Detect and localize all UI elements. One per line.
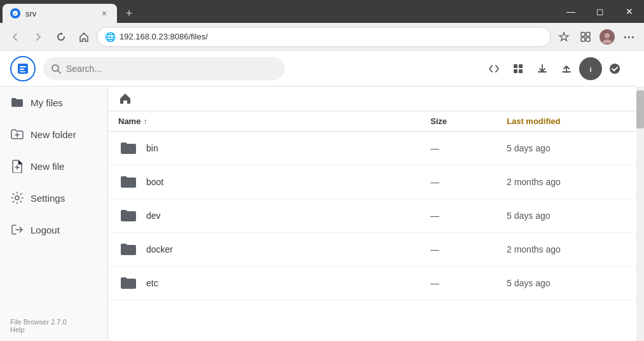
- confirm-button[interactable]: [603, 57, 626, 80]
- file-name: boot: [146, 177, 430, 187]
- security-icon: 🌐: [105, 32, 116, 42]
- folder-icon-boot: [118, 172, 139, 192]
- file-size: —: [430, 278, 507, 288]
- svg-point-6: [605, 33, 610, 38]
- nav-bar: 🌐 192.168.0.23:8086/files/ ⋯: [0, 23, 644, 51]
- forward-button[interactable]: [28, 27, 48, 47]
- file-modified: 2 months ago: [507, 244, 634, 254]
- search-icon: [51, 64, 61, 74]
- profile-button[interactable]: [597, 27, 617, 47]
- svg-text:F: F: [14, 12, 17, 16]
- svg-rect-9: [20, 66, 26, 67]
- settings-icon: [10, 191, 24, 205]
- favorites-button[interactable]: [554, 27, 574, 47]
- sidebar-label-my-files: My files: [31, 97, 63, 108]
- browser-toolbar-right: ⋯: [554, 27, 639, 47]
- folder-icon-bin: [118, 138, 139, 158]
- scrollbar-thumb[interactable]: [636, 90, 644, 129]
- sidebar-footer: File Browser 2.7.0 Help: [0, 310, 107, 341]
- version-text: File Browser 2.7.0: [10, 318, 97, 326]
- svg-rect-5: [586, 38, 590, 41]
- file-modified: 5 days ago: [507, 211, 634, 221]
- file-size: —: [430, 143, 507, 153]
- file-row[interactable]: dev — 5 days ago: [108, 199, 644, 233]
- file-size: —: [430, 211, 507, 221]
- sidebar-item-logout[interactable]: Logout: [0, 214, 107, 246]
- embed-button[interactable]: [483, 57, 505, 80]
- sidebar-label-settings: Settings: [31, 193, 65, 204]
- more-button[interactable]: ⋯: [619, 27, 639, 47]
- app-header: i: [0, 51, 636, 87]
- download-button[interactable]: [531, 57, 554, 80]
- sidebar-item-new-file[interactable]: New file: [0, 150, 107, 182]
- header-actions: i: [483, 57, 626, 80]
- svg-rect-3: [586, 32, 590, 36]
- name-column-header[interactable]: Name ↑: [118, 116, 430, 126]
- search-bar[interactable]: [43, 57, 285, 80]
- address-text: 192.168.0.23:8086/files/: [120, 32, 543, 41]
- grid-view-button[interactable]: [507, 57, 530, 80]
- home-breadcrumb[interactable]: [118, 92, 132, 106]
- svg-rect-15: [519, 64, 523, 68]
- size-column-header: Size: [430, 116, 507, 126]
- table-header: Name ↑ Size Last modified: [108, 111, 644, 132]
- file-table: Name ↑ Size Last modified bin — 5 days a…: [108, 111, 644, 341]
- file-modified: 5 days ago: [507, 143, 634, 153]
- info-button[interactable]: i: [579, 57, 602, 80]
- file-name: docker: [146, 244, 430, 254]
- file-name: etc: [146, 278, 430, 288]
- home-nav-button[interactable]: [74, 27, 94, 47]
- file-modified: 5 days ago: [507, 278, 634, 288]
- svg-rect-14: [514, 64, 517, 68]
- close-button[interactable]: ✕: [615, 1, 644, 22]
- reload-button[interactable]: [51, 27, 71, 47]
- sidebar-label-logout: Logout: [31, 225, 60, 235]
- sidebar-label-new-folder: New folder: [31, 129, 76, 140]
- sidebar-item-my-files[interactable]: My files: [0, 87, 107, 118]
- file-name: dev: [146, 211, 430, 221]
- new-tab-button[interactable]: +: [120, 4, 139, 23]
- tab-title: srv: [25, 9, 94, 18]
- svg-point-20: [610, 64, 620, 74]
- svg-rect-10: [20, 69, 24, 70]
- file-row[interactable]: docker — 2 months ago: [108, 233, 644, 267]
- sort-arrow-icon: ↑: [143, 117, 147, 126]
- upload-button[interactable]: [555, 57, 578, 80]
- name-header-label: Name: [118, 116, 140, 126]
- sidebar-nav: My files New folder New file Settings: [0, 87, 107, 310]
- svg-rect-16: [514, 69, 517, 73]
- maximize-button[interactable]: ◻: [586, 1, 615, 22]
- svg-text:i: i: [589, 65, 591, 73]
- sidebar-item-new-folder[interactable]: New folder: [0, 118, 107, 150]
- app-container: i My files New folder: [0, 51, 644, 341]
- address-bar[interactable]: 🌐 192.168.0.23:8086/files/: [97, 27, 551, 47]
- svg-point-21: [15, 196, 19, 200]
- file-plus-icon: [10, 159, 24, 173]
- minimize-button[interactable]: —: [556, 1, 586, 22]
- svg-rect-2: [581, 32, 585, 36]
- svg-rect-17: [519, 69, 523, 73]
- scrollbar-track: [636, 87, 644, 341]
- tab-close-button[interactable]: ×: [99, 8, 109, 18]
- app-logo: [10, 56, 36, 81]
- window-controls: — ◻ ✕: [556, 0, 644, 23]
- svg-point-7: [603, 39, 612, 43]
- svg-rect-4: [581, 38, 585, 41]
- back-button[interactable]: [5, 27, 25, 47]
- help-link[interactable]: Help: [10, 326, 97, 333]
- folder-icon-etc: [118, 273, 139, 293]
- file-name: bin: [146, 143, 430, 153]
- file-modified: 2 months ago: [507, 177, 634, 187]
- file-row[interactable]: boot — 2 months ago: [108, 165, 644, 199]
- folder-icon-docker: [118, 239, 139, 260]
- file-size: —: [430, 244, 507, 254]
- sidebar: i My files New folder: [0, 51, 108, 341]
- file-row[interactable]: etc — 5 days ago: [108, 267, 644, 300]
- collections-button[interactable]: [575, 27, 596, 47]
- file-row[interactable]: bin — 5 days ago: [108, 132, 644, 165]
- browser-tab[interactable]: F srv ×: [3, 4, 117, 23]
- svg-line-13: [58, 71, 60, 73]
- folder-icon-dev: [118, 205, 139, 226]
- sidebar-item-settings[interactable]: Settings: [0, 182, 107, 214]
- search-input[interactable]: [66, 64, 277, 74]
